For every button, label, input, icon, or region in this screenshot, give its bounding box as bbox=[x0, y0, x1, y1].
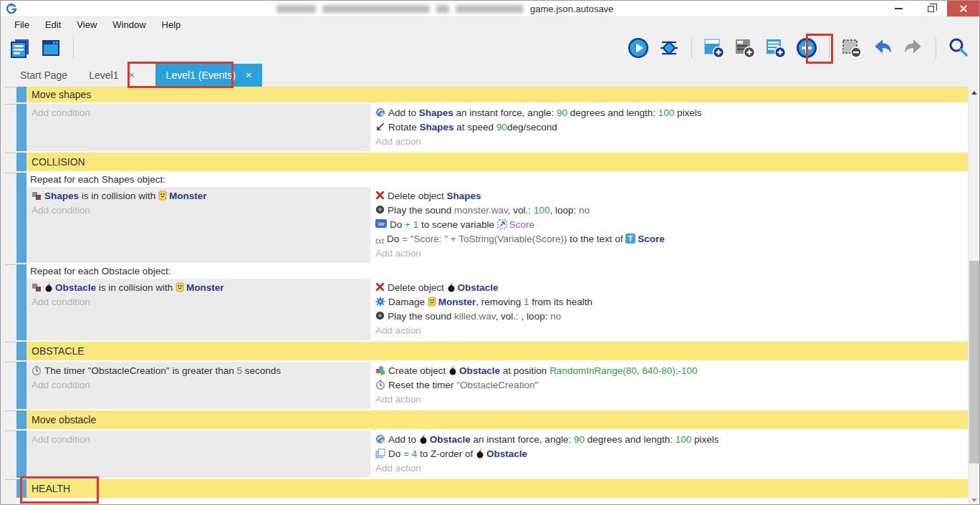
event-line[interactable]: The timer "ObstacleCreation" is greater … bbox=[27, 364, 370, 378]
sound-icon bbox=[375, 311, 385, 324]
undo-button[interactable] bbox=[870, 36, 895, 60]
event-content: Add conditionAdd to Shapes an instant fo… bbox=[27, 104, 968, 151]
scene-editor-button[interactable] bbox=[39, 36, 63, 60]
scroll-down-arrow[interactable] bbox=[969, 494, 979, 505]
close-button[interactable] bbox=[947, 1, 979, 16]
event-line[interactable]: Create object Obstacle at position Rando… bbox=[370, 364, 968, 378]
tab-close-icon[interactable]: × bbox=[246, 69, 251, 81]
play-button[interactable] bbox=[626, 36, 650, 60]
event-line[interactable]: Reset the timer "ObstacleCreation" bbox=[370, 378, 968, 393]
value-text: 100 bbox=[534, 205, 550, 216]
tab-close-icon[interactable]: × bbox=[128, 69, 134, 81]
add-condition-button[interactable]: Add condition bbox=[27, 203, 370, 218]
text-segment: Rotate bbox=[388, 122, 420, 133]
scroll-up-arrow[interactable] bbox=[969, 87, 979, 98]
event-selection-bar[interactable] bbox=[16, 342, 27, 360]
event-line[interactable]: Play the sound monster.wav, vol.: 100, l… bbox=[370, 203, 968, 218]
text-segment: degrees and length: bbox=[567, 107, 658, 118]
text-segment: Play the sound bbox=[388, 205, 454, 216]
add-circle-button[interactable] bbox=[794, 36, 819, 60]
event-line[interactable]: Add to Shapes an instant force, angle: 9… bbox=[370, 106, 968, 120]
toolbar-separator bbox=[829, 37, 830, 59]
search-button[interactable] bbox=[946, 36, 971, 60]
restore-icon bbox=[928, 6, 934, 12]
event-line[interactable]: Delete object Shapes bbox=[370, 189, 968, 203]
event-selection-bar[interactable] bbox=[16, 362, 27, 409]
menu-window[interactable]: Window bbox=[105, 17, 153, 33]
event-line[interactable]: txtDo = "Score: " + ToString(Variable(Sc… bbox=[370, 232, 968, 246]
add-condition-button[interactable]: Add condition bbox=[27, 295, 370, 309]
add-condition-button[interactable]: Add condition bbox=[27, 378, 370, 393]
project-manager-button[interactable] bbox=[8, 36, 32, 60]
foreach-header[interactable]: Repeat for each Obstacle object: bbox=[27, 264, 968, 279]
text-segment: , loop: bbox=[549, 205, 579, 216]
tab-start-page[interactable]: Start Page bbox=[9, 64, 78, 87]
object-name: Obstacle bbox=[55, 282, 96, 293]
event-line[interactable]: Rotate Shapes at speed 90deg/second bbox=[370, 120, 968, 135]
add-comment-icon bbox=[765, 37, 787, 59]
menu-help[interactable]: Help bbox=[154, 17, 189, 33]
add-subevent-button[interactable] bbox=[733, 36, 757, 60]
add-condition-button[interactable]: Add condition bbox=[27, 433, 370, 447]
comment-row[interactable]: OBSTACLE bbox=[27, 342, 968, 360]
scrollbar-thumb[interactable] bbox=[969, 261, 979, 463]
add-comment-button[interactable] bbox=[764, 36, 788, 60]
menu-view[interactable]: View bbox=[69, 17, 105, 33]
add-action-button[interactable]: Add action bbox=[370, 246, 968, 261]
restore-button[interactable] bbox=[915, 1, 947, 16]
add-action-button[interactable]: Add action bbox=[370, 461, 968, 476]
comment-row[interactable]: HEALTH bbox=[27, 479, 968, 498]
event-selection-bar[interactable] bbox=[16, 479, 27, 498]
menu-edit[interactable]: Edit bbox=[37, 17, 69, 33]
event-line[interactable]: Damage Monster, removing 1 from its heal… bbox=[370, 295, 968, 309]
tab-level1-events[interactable]: Level1 (Events)× bbox=[155, 64, 262, 87]
event-line[interactable]: Shapes is in collision with Monster bbox=[27, 189, 370, 203]
text-segment: to the text of bbox=[567, 234, 625, 244]
add-condition-button[interactable]: Add condition bbox=[27, 106, 370, 120]
triangle-up-icon bbox=[971, 91, 977, 95]
event-line[interactable]: Add to Obstacle an instant force, angle:… bbox=[370, 433, 968, 447]
tab-level1[interactable]: Level1× bbox=[78, 64, 145, 87]
add-event-button[interactable] bbox=[702, 36, 726, 60]
event-selection-bar[interactable] bbox=[16, 173, 27, 263]
titlebar: game.json.autosave bbox=[1, 1, 979, 16]
text-segment: Delete object bbox=[388, 282, 447, 293]
event-line[interactable]: Do = 4 to Z-order of Obstacle bbox=[370, 447, 968, 461]
add-subevent-icon bbox=[734, 37, 756, 59]
comment-block: COLLISION bbox=[1, 153, 968, 171]
collision-icon bbox=[32, 191, 42, 203]
event-selection-bar[interactable] bbox=[16, 431, 27, 478]
debug-button[interactable] bbox=[657, 36, 681, 60]
text-segment: , removing bbox=[476, 297, 524, 307]
add-action-button[interactable]: Add action bbox=[370, 393, 968, 407]
event-selection-bar[interactable] bbox=[16, 104, 27, 151]
event-gutter bbox=[1, 479, 16, 498]
value-text: 5 bbox=[236, 365, 242, 376]
window-title-text: game.json.autosave bbox=[530, 4, 613, 14]
add-action-button[interactable]: Add action bbox=[370, 324, 968, 338]
event-line[interactable]: Delete object Obstacle bbox=[370, 281, 968, 295]
remove-event-button[interactable] bbox=[840, 36, 864, 60]
event-selection-bar[interactable] bbox=[16, 410, 27, 429]
event-line[interactable]: VarDo + 1 to scene variable Score bbox=[370, 218, 968, 232]
force-icon bbox=[375, 434, 385, 447]
value-text: 100 bbox=[676, 434, 692, 445]
event-selection-bar[interactable] bbox=[16, 264, 27, 340]
event-selection-bar[interactable] bbox=[16, 153, 27, 171]
minimize-button[interactable] bbox=[883, 1, 915, 16]
blurred-title-segment bbox=[322, 5, 430, 13]
event-line[interactable]: Play the sound killed.wav, vol.: , loop:… bbox=[370, 309, 968, 324]
comment-row[interactable]: Move shapes bbox=[27, 87, 968, 102]
add-action-button[interactable]: Add action bbox=[370, 135, 968, 149]
comment-row[interactable]: Move obstacle bbox=[27, 410, 968, 429]
redo-button[interactable] bbox=[901, 36, 926, 60]
comment-row[interactable]: COLLISION bbox=[27, 153, 968, 171]
object-name: Monster bbox=[169, 191, 207, 201]
menu-file[interactable]: File bbox=[6, 17, 37, 33]
monster-icon bbox=[428, 297, 436, 309]
vertical-scrollbar[interactable] bbox=[968, 87, 979, 505]
text-segment: pixels bbox=[691, 434, 719, 445]
event-selection-bar[interactable] bbox=[16, 87, 27, 102]
event-line[interactable]: Obstacle is in collision with Monster bbox=[27, 281, 370, 295]
foreach-header[interactable]: Repeat for each Shapes object: bbox=[27, 173, 968, 187]
